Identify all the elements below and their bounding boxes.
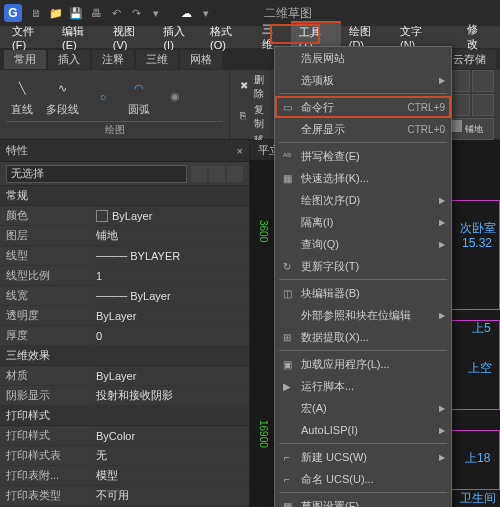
cloud-icon[interactable]: ☁	[178, 5, 194, 21]
prop-plottype[interactable]: 打印表类型不可用	[0, 486, 249, 506]
save-icon[interactable]: 💾	[68, 5, 84, 21]
tab-3d[interactable]: 三维	[136, 50, 178, 69]
tool-polyline[interactable]: ∿多段线	[42, 74, 83, 119]
prop-transparency[interactable]: 透明度ByLayer	[0, 306, 249, 326]
menu-item-label: 新建 UCS(W)	[301, 450, 367, 465]
submenu-arrow-icon: ▶	[439, 453, 445, 462]
prop-value[interactable]: 模型	[90, 466, 249, 485]
prop-linetype[interactable]: 线型──── BYLAYER	[0, 246, 249, 266]
menu-item-label: 浩辰网站	[301, 51, 345, 66]
cat-3deffect[interactable]: 三维效果	[0, 346, 249, 366]
undo-icon[interactable]: ↶	[108, 5, 124, 21]
tool-copy[interactable]: ⎘复制	[236, 102, 273, 132]
cat-general[interactable]: 常规	[0, 186, 249, 206]
menu-item-20[interactable]: AutoLISP(I)▶	[275, 419, 451, 441]
menu-item-11[interactable]: ↻更新字段(T)	[275, 255, 451, 277]
tool-line[interactable]: ╲直线	[6, 74, 38, 119]
selection-combo[interactable]: 无选择	[6, 165, 187, 183]
prop-value[interactable]: ByLayer	[90, 206, 249, 225]
menu-item-7[interactable]: ▦快速选择(K)...	[275, 167, 451, 189]
menu-item-10[interactable]: 查询(Q)▶	[275, 233, 451, 255]
menu-item-14[interactable]: 外部参照和块在位编辑▶	[275, 304, 451, 326]
cat-plotstyle[interactable]: 打印样式	[0, 406, 249, 426]
tab-insert[interactable]: 插入	[48, 50, 90, 69]
prop-material[interactable]: 材质ByLayer	[0, 366, 249, 386]
menu-edit[interactable]: 编辑(E)	[54, 22, 105, 53]
quick-access-toolbar: 🗎 📁 💾 🖶 ↶ ↷ ▾ ☁ ▾	[28, 5, 214, 21]
sel-filter-icon[interactable]	[191, 166, 207, 182]
tab-common[interactable]: 常用	[4, 50, 46, 69]
prop-shadow[interactable]: 阴影显示投射和接收阴影	[0, 386, 249, 406]
menu-item-17[interactable]: ▣加载应用程序(L)...	[275, 353, 451, 375]
prop-value[interactable]: 投射和接收阴影	[90, 386, 249, 405]
menu-file[interactable]: 文件(F)	[4, 22, 54, 53]
menu-item-23[interactable]: ⌐命名 UCS(U)...	[275, 468, 451, 490]
prop-layer[interactable]: 图层铺地	[0, 226, 249, 246]
prop-color[interactable]: 颜色ByLayer	[0, 206, 249, 226]
tool-donut[interactable]: ◉	[159, 83, 191, 111]
group-label: 绘图	[6, 121, 223, 137]
prop-value[interactable]: 1	[90, 266, 249, 285]
menu-item-0[interactable]: 浩辰网站	[275, 47, 451, 69]
menu-separator	[279, 492, 447, 493]
menu-item-13[interactable]: ◫块编辑器(B)	[275, 282, 451, 304]
open-icon[interactable]: 📁	[48, 5, 64, 21]
layer-btn-2[interactable]	[472, 70, 494, 92]
prop-value[interactable]: ByLayer	[90, 306, 249, 325]
tool-label: 直线	[11, 102, 33, 117]
menu-item-8[interactable]: 绘图次序(D)▶	[275, 189, 451, 211]
prop-thickness[interactable]: 厚度0	[0, 326, 249, 346]
menu-item-4[interactable]: 全屏显示CTRL+0	[275, 118, 451, 140]
menu-insert[interactable]: 插入(I)	[155, 22, 202, 53]
prop-value[interactable]: 不可用	[90, 486, 249, 505]
prop-value[interactable]: ByColor	[90, 426, 249, 445]
menu-item-15[interactable]: ⊞数据提取(X)...	[275, 326, 451, 348]
menu-format[interactable]: 格式(O)	[202, 22, 254, 53]
prop-value[interactable]: 0	[90, 326, 249, 345]
menu-item-6[interactable]: ᴬᴮ拼写检查(E)	[275, 145, 451, 167]
prop-value[interactable]: 铺地	[90, 226, 249, 245]
menu-item-19[interactable]: 宏(A)▶	[275, 397, 451, 419]
tool-circle[interactable]: ○	[87, 83, 119, 111]
menu-item-label: 加载应用程序(L)...	[301, 357, 390, 372]
tab-annotate[interactable]: 注释	[92, 50, 134, 69]
tool-arc[interactable]: ◠圆弧	[123, 74, 155, 119]
menu-item-icon: ▭	[279, 99, 295, 115]
menu-item-25[interactable]: ▦草图设置(F)...	[275, 495, 451, 507]
prop-ltscale[interactable]: 线型比例1	[0, 266, 249, 286]
ribbon-group-modify: ✖删除 ⎘复制 ✥移动	[230, 70, 280, 139]
redo-icon[interactable]: ↷	[128, 5, 144, 21]
menu-item-3[interactable]: ▭命令行CTRL+9	[275, 96, 451, 118]
menu-item-icon: ⊞	[279, 329, 295, 345]
menu-item-9[interactable]: 隔离(I)▶	[275, 211, 451, 233]
menu-item-22[interactable]: ⌐新建 UCS(W)▶	[275, 446, 451, 468]
layer-combo[interactable]: 铺地	[448, 118, 494, 140]
submenu-arrow-icon: ▶	[439, 196, 445, 205]
sel-pick-icon[interactable]	[227, 166, 243, 182]
prop-plotattach[interactable]: 打印表附...模型	[0, 466, 249, 486]
panel-close-icon[interactable]: ×	[237, 145, 243, 157]
prop-value[interactable]: ByLayer	[90, 366, 249, 385]
menu-item-18[interactable]: ▶运行脚本...	[275, 375, 451, 397]
prop-value[interactable]: ──── ByLayer	[90, 286, 249, 305]
dropdown-icon[interactable]: ▾	[148, 5, 164, 21]
tool-delete[interactable]: ✖删除	[236, 72, 273, 102]
layer-btn-4[interactable]	[472, 94, 494, 116]
submenu-arrow-icon: ▶	[439, 76, 445, 85]
prop-value[interactable]: 无	[90, 446, 249, 465]
prop-label: 线型	[0, 246, 90, 265]
prop-value[interactable]: ──── BYLAYER	[90, 246, 249, 265]
prop-lweight[interactable]: 线宽──── ByLayer	[0, 286, 249, 306]
menu-item-1[interactable]: 选项板▶	[275, 69, 451, 91]
sel-quick-icon[interactable]	[209, 166, 225, 182]
prop-plottable[interactable]: 打印样式表无	[0, 446, 249, 466]
new-icon[interactable]: 🗎	[28, 5, 44, 21]
prop-plotstyle[interactable]: 打印样式ByColor	[0, 426, 249, 446]
print-icon[interactable]: 🖶	[88, 5, 104, 21]
menu-view[interactable]: 视图(V)	[105, 22, 156, 53]
tab-mesh[interactable]: 网格	[180, 50, 222, 69]
menu-item-icon: ▣	[279, 356, 295, 372]
dropdown-icon[interactable]: ▾	[198, 5, 214, 21]
prop-label: 阴影显示	[0, 386, 90, 405]
menu-item-label: 宏(A)	[301, 401, 327, 416]
